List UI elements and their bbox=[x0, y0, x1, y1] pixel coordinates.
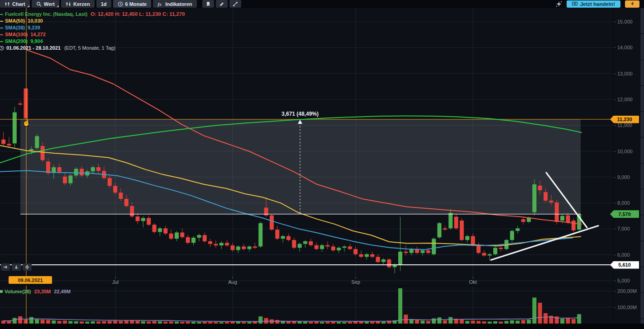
price-axis-label: 15,000 bbox=[617, 19, 633, 25]
crosshair-price-tag: 11,230 bbox=[610, 116, 639, 123]
month-label: Sep bbox=[351, 279, 360, 285]
trade-now-button[interactable]: Jetzt handeln! bbox=[567, 0, 620, 8]
level-price-tag: 5,610 bbox=[610, 261, 639, 269]
month-label: Jul bbox=[112, 279, 119, 285]
month-label: Okt bbox=[469, 279, 477, 285]
collapsed-panel-strip[interactable] bbox=[640, 8, 644, 324]
legend-indicator-row[interactable]: SMA(100)14,272 bbox=[0, 31, 185, 38]
ohlc-values: O: 12,420 H: 12,450 L: 11,230 C: 11,270 bbox=[91, 11, 185, 18]
arrow-right-mini-button[interactable] bbox=[1, 263, 10, 271]
date-range: 01.06.2021 - 28.10.2021 bbox=[6, 45, 61, 52]
price-axis-label: 6,000 bbox=[617, 252, 630, 258]
volume-marker-icon bbox=[0, 290, 3, 293]
chart-mini-buttons bbox=[1, 263, 32, 271]
volume-legend[interactable]: Volume(28) 23,35M 22,49M bbox=[0, 289, 71, 294]
indicator-marker-icon bbox=[0, 28, 3, 28]
volume-axis-label: 200,00M bbox=[617, 288, 637, 294]
trade-now-label: Jetzt handeln! bbox=[580, 1, 615, 7]
volume-chart-canvas[interactable] bbox=[0, 286, 613, 324]
clock-icon bbox=[0, 46, 4, 51]
arrow-down-mini-button[interactable] bbox=[12, 263, 21, 271]
volume-label: Volume(28) bbox=[5, 289, 31, 294]
price-axis-label: 8,000 bbox=[617, 200, 630, 206]
sparkles-icon[interactable] bbox=[556, 1, 562, 7]
candles-icon bbox=[66, 1, 71, 7]
price-axis-label: 14,000 bbox=[617, 44, 633, 51]
volume-value: 23,35M bbox=[34, 289, 51, 294]
volume-ma-value: 22,49M bbox=[54, 289, 71, 294]
legend-indicator-row[interactable]: SMA(38)9,239 bbox=[0, 24, 185, 31]
candlestick-chart-icon bbox=[5, 1, 10, 7]
fx-icon: fx bbox=[157, 1, 163, 7]
collapse-left-icon bbox=[630, 0, 635, 8]
price-axis-label: 7,000 bbox=[617, 226, 630, 232]
month-label: Aug bbox=[228, 279, 237, 285]
clock-icon bbox=[118, 1, 123, 7]
symbol-name: Fuelcell Energy Inc. (Nasdaq, Last) bbox=[5, 11, 87, 18]
collapse-panel-button[interactable] bbox=[625, 0, 639, 8]
toolbar-button-indikatoren[interactable]: fxIndikatoren bbox=[153, 0, 196, 8]
date-range-suffix: (EDT, 5 Monate, 1 Tag) bbox=[64, 45, 115, 52]
measurement-label: 3,671 (48,49%) bbox=[281, 111, 319, 117]
legend-indicator-row[interactable]: SMA(50)10,030 bbox=[0, 18, 185, 24]
legend-indicator-row[interactable]: SMA(200)9,904 bbox=[0, 38, 185, 45]
toolbar-drawing-tools bbox=[202, 0, 241, 8]
price-axis-label: 12,000 bbox=[617, 96, 633, 103]
crosshair-date-tag: 09.06.2021 bbox=[9, 276, 52, 284]
toolbar-left-group: ChartWertKerzen1d6 MonatefxIndikatoren bbox=[0, 0, 197, 8]
svg-text:fx: fx bbox=[158, 1, 162, 6]
price-axis-label: 5,000 bbox=[617, 277, 630, 284]
legend-indicator-rows: SMA(50)10,030SMA(38)9,239SMA(100)14,272S… bbox=[0, 18, 185, 45]
top-toolbar: ChartWertKerzen1d6 MonatefxIndikatoren J… bbox=[0, 0, 644, 8]
trend-line-tool-button[interactable] bbox=[229, 0, 241, 8]
bottom-strip bbox=[0, 324, 644, 329]
search-icon bbox=[36, 1, 42, 7]
price-axis-label: 9,000 bbox=[617, 174, 630, 180]
legend-range-row: 01.06.2021 - 28.10.2021 (EDT, 5 Monate, … bbox=[0, 45, 185, 52]
volume-axis-label: 100,00M bbox=[617, 304, 637, 310]
unfold-mini-button[interactable] bbox=[23, 263, 32, 271]
toolbar-button-kerzen[interactable]: Kerzen bbox=[61, 0, 95, 8]
indicator-marker-icon bbox=[0, 34, 3, 35]
chart-legend: Fuelcell Energy Inc. (Nasdaq, Last) O: 1… bbox=[0, 11, 185, 52]
toolbar-right-group: Jetzt handeln! bbox=[556, 0, 644, 8]
indicator-marker-icon bbox=[0, 21, 3, 22]
trading-chart-app: ChartWertKerzen1d6 MonatefxIndikatoren J… bbox=[0, 0, 644, 329]
bookmark-tool-button[interactable] bbox=[202, 0, 214, 8]
legend-symbol-row[interactable]: Fuelcell Energy Inc. (Nasdaq, Last) O: 1… bbox=[0, 11, 185, 18]
toolbar-button-1d[interactable]: 1d bbox=[96, 0, 111, 8]
dropdown-corner-icon bbox=[57, 5, 59, 7]
price-axis-label: 13,000 bbox=[617, 70, 633, 77]
mouse-cursor-hand: ☝ bbox=[22, 118, 31, 127]
measurement-box bbox=[20, 119, 581, 214]
banknote-icon bbox=[572, 1, 577, 7]
toolbar-button-6-monate[interactable]: 6 Monate bbox=[113, 0, 152, 8]
series-marker-icon bbox=[0, 14, 3, 15]
dropdown-corner-icon bbox=[27, 5, 29, 7]
pencil-tool-button[interactable] bbox=[216, 0, 228, 8]
price-axis[interactable]: 15,00014,00013,00012,00011,00010,0009,00… bbox=[613, 8, 640, 324]
toolbar-button-chart[interactable]: Chart bbox=[0, 0, 30, 8]
price-axis-label: 10,000 bbox=[617, 148, 633, 155]
last-price-tag: 7,570 bbox=[610, 210, 639, 218]
indicator-marker-icon bbox=[0, 41, 3, 42]
toolbar-button-wert[interactable]: Wert bbox=[32, 0, 59, 8]
